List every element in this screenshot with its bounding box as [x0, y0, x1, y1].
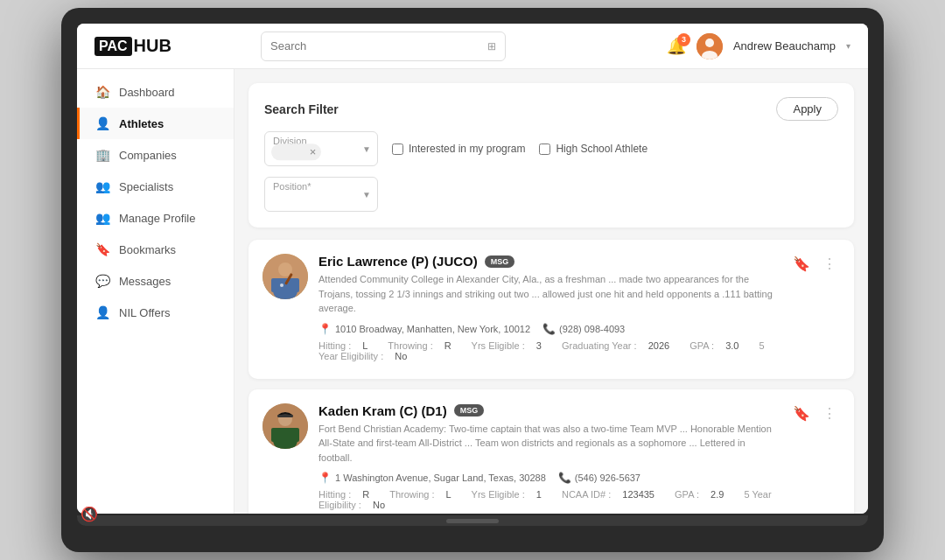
sidebar-item-nil-offers[interactable]: 👤 NIL Offers — [77, 297, 234, 328]
athlete-stats-eric: Hitting : L Throwing : R Yrs Eligible : … — [318, 340, 779, 361]
bookmark-button-kaden[interactable]: 🔖 — [789, 403, 814, 424]
dashboard-icon: 🏠 — [95, 85, 110, 99]
location-pin-icon: 📍 — [318, 323, 332, 335]
high-school-checkbox-group[interactable]: High School Athlete — [539, 143, 648, 155]
content-area: Search Filter Apply Division ▼ — [234, 69, 868, 514]
sidebar-item-label: Messages — [119, 275, 171, 288]
avatar-eric — [262, 254, 308, 299]
sidebar-item-label: Bookmarks — [119, 243, 176, 256]
svg-point-1 — [705, 38, 714, 47]
interested-checkbox-group[interactable]: Interested in my program — [392, 143, 525, 155]
sidebar-item-label: Athletes — [119, 117, 164, 130]
gpa-stat-k: GPA : 2.9 — [675, 489, 732, 500]
topbar-right: 🔔 3 Andrew Beauchamp ▾ — [667, 33, 850, 60]
search-input[interactable] — [270, 39, 487, 52]
companies-icon: 🏢 — [95, 148, 110, 162]
topbar: PAC HUB ⊞ 🔔 3 Andrew — [77, 24, 868, 69]
sidebar-item-athletes[interactable]: 👤 Athletes — [77, 108, 234, 139]
card-actions-eric: 🔖 ⋮ — [789, 254, 840, 274]
sidebar-item-bookmarks[interactable]: 🔖 Bookmarks — [77, 234, 234, 265]
notification-badge: 3 — [677, 33, 690, 46]
phone-icon: 📞 — [542, 323, 556, 335]
specialists-icon: 👥 — [95, 179, 110, 193]
notification-button[interactable]: 🔔 3 — [667, 37, 686, 56]
gpa-stat: GPA : 3.0 — [690, 340, 747, 351]
filter-row-top: Division ▼ × — [264, 131, 838, 166]
athlete-name-row-eric: Eric Lawrence (P) (JUCO) MSG — [318, 254, 779, 269]
phone-kaden: 📞 (546) 926-5637 — [558, 472, 640, 484]
sidebar-item-label: Manage Profile — [119, 212, 195, 225]
messages-icon: 💬 — [95, 274, 110, 288]
athlete-location-eric: 📍 1010 Broadway, Manhatten, New York, 10… — [318, 323, 779, 335]
address-eric: 📍 1010 Broadway, Manhatten, New York, 10… — [318, 323, 530, 335]
bookmarks-icon: 🔖 — [95, 242, 110, 256]
hitting-stat: Hitting : L — [318, 340, 376, 351]
sidebar-item-companies[interactable]: 🏢 Companies — [77, 139, 234, 171]
svg-rect-12 — [271, 428, 299, 442]
more-options-button-kaden[interactable]: ⋮ — [819, 403, 840, 424]
athlete-name-kaden: Kaden Kram (C) (D1) — [318, 403, 447, 418]
speaker-icon: 🔇 — [80, 506, 98, 522]
sidebar-item-label: Companies — [119, 149, 177, 162]
phone-eric: 📞 (928) 098-4093 — [542, 323, 625, 335]
ncaa-id-stat-k: NCAA ID# : 123435 — [562, 489, 663, 500]
search-filter-icon[interactable]: ⊞ — [487, 40, 496, 52]
bookmark-button-eric[interactable]: 🔖 — [789, 254, 814, 274]
throwing-stat-k: Throwing : L — [389, 489, 460, 500]
search-bar[interactable]: ⊞ — [261, 32, 506, 61]
high-school-checkbox[interactable] — [539, 144, 550, 155]
yrs-eligible-stat: Yrs Eligible : 3 — [472, 340, 550, 351]
athlete-name-row-kaden: Kaden Kram (C) (D1) MSG — [318, 403, 779, 418]
athlete-card-kaden: Kaden Kram (C) (D1) MSG Fort Bend Christ… — [248, 389, 854, 514]
sidebar-item-label: Specialists — [119, 180, 173, 193]
logo: PAC HUB — [94, 36, 234, 56]
avatar-kaden — [262, 403, 308, 449]
sidebar-item-label: Dashboard — [119, 86, 175, 99]
athlete-bio-kaden: Fort Bend Christian Academy: Two-time ca… — [318, 422, 779, 466]
phone-icon-2: 📞 — [558, 472, 571, 484]
card-actions-kaden: 🔖 ⋮ — [789, 403, 840, 424]
yrs-eligible-stat-k: Yrs Eligible : 1 — [472, 489, 550, 500]
division-tag-x[interactable]: × — [310, 145, 317, 158]
sidebar-item-label: NIL Offers — [119, 306, 171, 319]
athlete-info-kaden: Kaden Kram (C) (D1) MSG Fort Bend Christ… — [318, 403, 779, 514]
address-kaden: 📍 1 Washington Avenue, Sugar Land, Texas… — [318, 472, 546, 484]
athlete-card-eric: Eric Lawrence (P) (JUCO) MSG Attended Co… — [248, 240, 854, 379]
position-select[interactable] — [264, 177, 378, 212]
sidebar-item-dashboard[interactable]: 🏠 Dashboard — [77, 76, 234, 108]
svg-rect-6 — [271, 278, 299, 292]
division-tag[interactable]: × — [271, 144, 321, 160]
filter-row-bottom: Position* ▼ — [264, 177, 838, 212]
graduating-year-stat: Graduating Year : 2026 — [562, 340, 678, 351]
apply-button[interactable]: Apply — [776, 97, 838, 121]
interested-checkbox[interactable] — [392, 144, 403, 155]
avatar — [696, 33, 723, 60]
sidebar-item-specialists[interactable]: 👥 Specialists — [77, 171, 234, 202]
user-name[interactable]: Andrew Beauchamp — [733, 39, 836, 52]
athlete-stats-kaden: Hitting : R Throwing : L Yrs Eligible : … — [318, 489, 779, 510]
athlete-bio-eric: Attended Community College in Alexander … — [318, 272, 779, 316]
athlete-info-eric: Eric Lawrence (P) (JUCO) MSG Attended Co… — [318, 254, 779, 365]
filter-title: Search Filter — [264, 102, 339, 116]
logo-pac: PAC — [94, 37, 132, 56]
hitting-stat-k: Hitting : R — [318, 489, 378, 500]
manage-profile-icon: 👥 — [95, 211, 110, 225]
interested-label: Interested in my program — [409, 143, 525, 155]
user-menu-chevron[interactable]: ▾ — [846, 41, 850, 51]
search-filter-card: Search Filter Apply Division ▼ — [248, 83, 854, 228]
throwing-stat: Throwing : R — [388, 340, 459, 351]
athlete-header-kaden: Kaden Kram (C) (D1) MSG Fort Bend Christ… — [262, 403, 840, 514]
athlete-location-kaden: 📍 1 Washington Avenue, Sugar Land, Texas… — [318, 472, 779, 484]
sidebar-item-manage-profile[interactable]: 👥 Manage Profile — [77, 202, 234, 234]
position-select-wrap: Position* ▼ — [264, 177, 378, 212]
filter-header: Search Filter Apply — [264, 97, 838, 121]
high-school-label: High School Athlete — [556, 143, 648, 155]
main-layout: 🏠 Dashboard 👤 Athletes 🏢 Companies 👥 Spe… — [77, 69, 868, 514]
nil-offers-icon: 👤 — [95, 305, 110, 319]
location-pin-icon-2: 📍 — [318, 472, 332, 484]
division-select-wrap: Division ▼ × — [264, 131, 378, 166]
svg-rect-13 — [277, 415, 293, 417]
sidebar-item-messages[interactable]: 💬 Messages — [77, 265, 234, 297]
athlete-badge-kaden: MSG — [454, 404, 485, 416]
more-options-button-eric[interactable]: ⋮ — [819, 254, 840, 274]
